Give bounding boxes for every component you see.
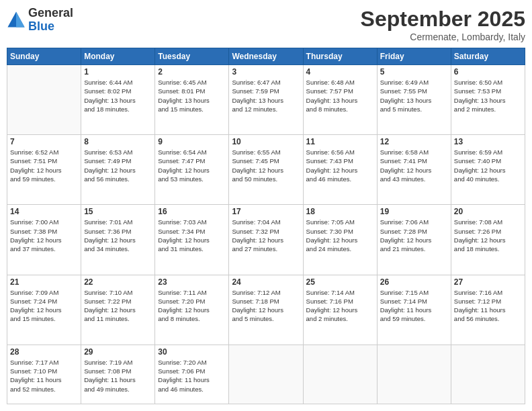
day-info: Sunrise: 7:10 AMSunset: 7:22 PMDaylight:…	[84, 288, 152, 324]
cell-w2-d0: 14Sunrise: 7:00 AMSunset: 7:38 PMDayligh…	[7, 205, 81, 275]
cell-w0-d3: 3Sunrise: 6:47 AMSunset: 7:59 PMDaylight…	[229, 65, 303, 135]
day-info: Sunrise: 6:50 AMSunset: 7:53 PMDaylight:…	[454, 78, 522, 113]
day-number: 17	[232, 207, 300, 216]
day-number: 30	[158, 347, 226, 357]
day-number: 7	[10, 137, 78, 146]
day-info: Sunrise: 7:11 AMSunset: 7:20 PMDaylight:…	[158, 288, 226, 324]
calendar-header-row: Sunday Monday Tuesday Wednesday Thursday…	[7, 48, 525, 65]
week-row-0: 1Sunrise: 6:44 AMSunset: 8:02 PMDaylight…	[7, 65, 525, 135]
week-row-2: 14Sunrise: 7:00 AMSunset: 7:38 PMDayligh…	[7, 205, 525, 275]
day-number: 1	[84, 67, 152, 77]
logo-icon	[7, 11, 26, 30]
cell-w3-d2: 23Sunrise: 7:11 AMSunset: 7:20 PMDayligh…	[155, 275, 229, 345]
cell-w1-d6: 13Sunrise: 6:59 AMSunset: 7:40 PMDayligh…	[451, 135, 525, 205]
header-friday: Friday	[377, 48, 451, 65]
logo-blue-text: Blue	[28, 20, 73, 34]
day-number: 22	[84, 277, 152, 287]
day-number: 9	[158, 137, 226, 146]
day-number: 4	[306, 67, 374, 77]
cell-w1-d1: 8Sunrise: 6:53 AMSunset: 7:49 PMDaylight…	[81, 135, 155, 205]
cell-w1-d2: 9Sunrise: 6:54 AMSunset: 7:47 PMDaylight…	[155, 135, 229, 205]
day-info: Sunrise: 7:17 AMSunset: 7:10 PMDaylight:…	[10, 358, 78, 394]
cell-w3-d3: 24Sunrise: 7:12 AMSunset: 7:18 PMDayligh…	[229, 275, 303, 345]
header-monday: Monday	[81, 48, 155, 65]
cell-w2-d6: 20Sunrise: 7:08 AMSunset: 7:26 PMDayligh…	[451, 205, 525, 275]
day-info: Sunrise: 7:15 AMSunset: 7:14 PMDaylight:…	[380, 288, 448, 324]
day-info: Sunrise: 7:20 AMSunset: 7:06 PMDaylight:…	[158, 358, 226, 394]
day-info: Sunrise: 6:44 AMSunset: 8:02 PMDaylight:…	[84, 78, 152, 113]
day-number: 25	[306, 277, 374, 287]
cell-w1-d5: 12Sunrise: 6:58 AMSunset: 7:41 PMDayligh…	[377, 135, 451, 205]
day-info: Sunrise: 7:03 AMSunset: 7:34 PMDaylight:…	[158, 218, 226, 253]
header-wednesday: Wednesday	[229, 48, 303, 65]
page: General Blue September 2025 Cermenate, L…	[0, 0, 532, 411]
day-info: Sunrise: 7:14 AMSunset: 7:16 PMDaylight:…	[306, 288, 374, 324]
cell-w4-d6	[451, 345, 525, 404]
cell-w0-d1: 1Sunrise: 6:44 AMSunset: 8:02 PMDaylight…	[81, 65, 155, 135]
day-number: 24	[232, 277, 300, 287]
day-info: Sunrise: 6:47 AMSunset: 7:59 PMDaylight:…	[232, 78, 300, 113]
day-info: Sunrise: 7:04 AMSunset: 7:32 PMDaylight:…	[232, 218, 300, 253]
cell-w4-d0: 28Sunrise: 7:17 AMSunset: 7:10 PMDayligh…	[7, 345, 81, 404]
day-number: 29	[84, 347, 152, 357]
day-number: 20	[454, 207, 522, 216]
day-info: Sunrise: 7:08 AMSunset: 7:26 PMDaylight:…	[454, 218, 522, 253]
cell-w4-d3	[229, 345, 303, 404]
cell-w1-d4: 11Sunrise: 6:56 AMSunset: 7:43 PMDayligh…	[303, 135, 377, 205]
header-thursday: Thursday	[303, 48, 377, 65]
day-info: Sunrise: 6:48 AMSunset: 7:57 PMDaylight:…	[306, 78, 374, 113]
svg-marker-1	[16, 11, 25, 27]
cell-w3-d6: 27Sunrise: 7:16 AMSunset: 7:12 PMDayligh…	[451, 275, 525, 345]
day-number: 27	[454, 277, 522, 287]
month-title: September 2025	[361, 7, 525, 32]
day-info: Sunrise: 7:19 AMSunset: 7:08 PMDaylight:…	[84, 358, 152, 394]
day-number: 14	[10, 207, 78, 216]
calendar-table: Sunday Monday Tuesday Wednesday Thursday…	[7, 48, 525, 404]
cell-w2-d2: 16Sunrise: 7:03 AMSunset: 7:34 PMDayligh…	[155, 205, 229, 275]
day-info: Sunrise: 6:55 AMSunset: 7:45 PMDaylight:…	[232, 148, 300, 183]
day-number: 13	[454, 137, 522, 146]
day-number: 28	[10, 347, 78, 357]
logo-general-text: General	[28, 7, 73, 20]
day-info: Sunrise: 6:56 AMSunset: 7:43 PMDaylight:…	[306, 148, 374, 183]
cell-w3-d4: 25Sunrise: 7:14 AMSunset: 7:16 PMDayligh…	[303, 275, 377, 345]
day-info: Sunrise: 7:00 AMSunset: 7:38 PMDaylight:…	[10, 218, 78, 253]
day-info: Sunrise: 7:16 AMSunset: 7:12 PMDaylight:…	[454, 288, 522, 324]
cell-w3-d5: 26Sunrise: 7:15 AMSunset: 7:14 PMDayligh…	[377, 275, 451, 345]
day-info: Sunrise: 7:09 AMSunset: 7:24 PMDaylight:…	[10, 288, 78, 324]
day-number: 19	[380, 207, 448, 216]
day-number: 15	[84, 207, 152, 216]
day-info: Sunrise: 6:49 AMSunset: 7:55 PMDaylight:…	[380, 78, 448, 113]
cell-w1-d3: 10Sunrise: 6:55 AMSunset: 7:45 PMDayligh…	[229, 135, 303, 205]
cell-w1-d0: 7Sunrise: 6:52 AMSunset: 7:51 PMDaylight…	[7, 135, 81, 205]
cell-w0-d6: 6Sunrise: 6:50 AMSunset: 7:53 PMDaylight…	[451, 65, 525, 135]
day-number: 6	[454, 67, 522, 77]
day-number: 8	[84, 137, 152, 146]
cell-w3-d1: 22Sunrise: 7:10 AMSunset: 7:22 PMDayligh…	[81, 275, 155, 345]
cell-w4-d4	[303, 345, 377, 404]
cell-w0-d4: 4Sunrise: 6:48 AMSunset: 7:57 PMDaylight…	[303, 65, 377, 135]
day-number: 10	[232, 137, 300, 146]
week-row-3: 21Sunrise: 7:09 AMSunset: 7:24 PMDayligh…	[7, 275, 525, 345]
cell-w4-d1: 29Sunrise: 7:19 AMSunset: 7:08 PMDayligh…	[81, 345, 155, 404]
logo-text: General Blue	[28, 7, 73, 34]
day-number: 23	[158, 277, 226, 287]
logo: General Blue	[7, 7, 73, 34]
day-number: 12	[380, 137, 448, 146]
header-saturday: Saturday	[451, 48, 525, 65]
day-number: 11	[306, 137, 374, 146]
cell-w0-d0	[7, 65, 81, 135]
cell-w0-d5: 5Sunrise: 6:49 AMSunset: 7:55 PMDaylight…	[377, 65, 451, 135]
day-number: 18	[306, 207, 374, 216]
title-block: September 2025 Cermenate, Lombardy, Ital…	[361, 7, 525, 42]
day-info: Sunrise: 6:45 AMSunset: 8:01 PMDaylight:…	[158, 78, 226, 113]
week-row-4: 28Sunrise: 7:17 AMSunset: 7:10 PMDayligh…	[7, 345, 525, 404]
day-info: Sunrise: 6:59 AMSunset: 7:40 PMDaylight:…	[454, 148, 522, 183]
header: General Blue September 2025 Cermenate, L…	[7, 7, 525, 42]
cell-w4-d2: 30Sunrise: 7:20 AMSunset: 7:06 PMDayligh…	[155, 345, 229, 404]
day-number: 16	[158, 207, 226, 216]
day-number: 2	[158, 67, 226, 77]
day-info: Sunrise: 7:12 AMSunset: 7:18 PMDaylight:…	[232, 288, 300, 324]
cell-w2-d1: 15Sunrise: 7:01 AMSunset: 7:36 PMDayligh…	[81, 205, 155, 275]
week-row-1: 7Sunrise: 6:52 AMSunset: 7:51 PMDaylight…	[7, 135, 525, 205]
